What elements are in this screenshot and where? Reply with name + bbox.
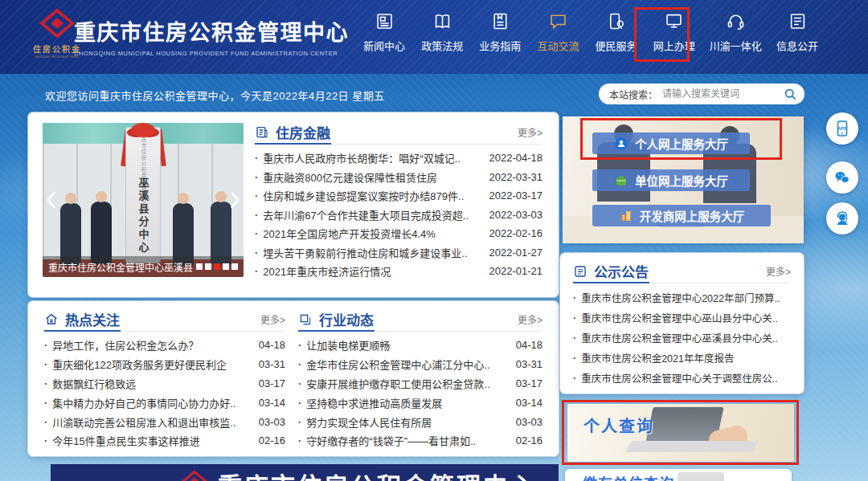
nav-item-interaction[interactable]: 互动交流 bbox=[535, 10, 580, 53]
announcement-item[interactable]: 重庆市住房公积金2021年年度报告 bbox=[573, 348, 791, 368]
unit-query-banner[interactable]: 缴存单位查询 bbox=[565, 469, 792, 481]
search-icon[interactable] bbox=[784, 88, 797, 101]
news-title: 埋头苦干勇毅前行推动住房和城乡建设事业.. bbox=[263, 245, 482, 260]
nav-label: 业务指南 bbox=[479, 38, 521, 53]
news-item[interactable]: 集中精力办好自己的事情同心协力办好.. 03-14 bbox=[44, 393, 285, 412]
announcement-item[interactable]: 重庆市住房公积金管理中心2022年部门预算.. bbox=[573, 287, 791, 308]
news-date: 2022-01-21 bbox=[489, 265, 543, 277]
announcement-item[interactable]: 重庆市住房公积金管理中心关于调整住房公.. bbox=[573, 368, 791, 388]
personal-query-banner[interactable]: 个人查询 bbox=[567, 404, 794, 462]
news-item[interactable]: 让加装电梯更顺畅 04-18 bbox=[298, 336, 542, 355]
nav-label: 互动交流 bbox=[537, 38, 579, 53]
section-title: 公示公告 bbox=[594, 261, 649, 281]
site-title-block: 重庆市住房公积金管理中心 CHONGQING MUNICIPAL HOUSING… bbox=[74, 15, 349, 57]
chat-bubble-icon bbox=[547, 10, 569, 32]
news-item[interactable]: 川渝联动完善公租房准入和退出审核监.. 03-03 bbox=[44, 412, 285, 431]
news-title: 重庆细化122项政务服务更好便民利企 bbox=[52, 357, 252, 372]
news-item[interactable]: 重庆细化122项政务服务更好便民利企 03-31 bbox=[44, 355, 285, 374]
news-date: 04-18 bbox=[516, 339, 542, 351]
news-item[interactable]: 守好缴存者的“钱袋子”——看甘肃如.. 02-16 bbox=[298, 431, 542, 450]
unit-query-thumbnail bbox=[678, 472, 724, 481]
news-date: 2022-04-18 bbox=[489, 152, 543, 164]
news-date: 2022-03-31 bbox=[489, 171, 543, 183]
news-date: 03-03 bbox=[259, 416, 285, 428]
carousel-dot[interactable] bbox=[223, 263, 229, 270]
nav-item-information-disclosure[interactable]: 信息公开 bbox=[775, 10, 820, 53]
news-item[interactable]: 2021年重庆市经济运行情况 2022-01-21 bbox=[255, 262, 542, 281]
announcement-title: 重庆市住房公积金2021年年度报告 bbox=[581, 350, 791, 365]
newspaper-icon bbox=[374, 10, 395, 32]
news-title: 异地工作，住房公积金怎么办？ bbox=[52, 337, 252, 353]
monument-text: 巫溪县分中心 bbox=[136, 177, 151, 255]
news-item[interactable]: 异地工作，住房公积金怎么办？ 04-18 bbox=[44, 336, 285, 355]
news-date: 03-17 bbox=[516, 377, 542, 389]
carousel-dot[interactable] bbox=[205, 263, 211, 270]
news-item[interactable]: 数据飘红行稳致远 03-17 bbox=[44, 374, 285, 393]
button-label: 个人网上服务大厅 bbox=[635, 135, 728, 152]
logo-diamond-icon bbox=[39, 8, 75, 39]
news-title: 努力实现全体人民住有所居 bbox=[306, 414, 509, 430]
news-date: 2022-01-27 bbox=[489, 247, 543, 259]
news-date: 2022-03-17 bbox=[489, 190, 543, 202]
nav-item-chuanyu-integration[interactable]: 川渝一体化 bbox=[710, 10, 762, 53]
news-title: 2021年全国房地产开发投资增长4.4% bbox=[263, 226, 482, 241]
news-item[interactable]: 坚持稳中求进推动高质量发展 03-14 bbox=[298, 393, 542, 412]
carousel-caption-bar: 重庆市住房公积金管理中心巫溪县 bbox=[43, 256, 244, 277]
news-title: 住房和城乡建设部提案议案按时办结879件.. bbox=[263, 188, 482, 203]
news-item[interactable]: 埋头苦干勇毅前行推动住房和城乡建设事业.. 2022-01-27 bbox=[255, 243, 542, 263]
news-item[interactable]: 住房和城乡建设部提案议案按时办结879件.. 2022-03-17 bbox=[255, 186, 542, 206]
carousel-dots bbox=[196, 263, 238, 270]
news-title: 守好缴存者的“钱袋子”——看甘肃如.. bbox=[306, 433, 509, 448]
housing-finance-section: 住房金融 更多> 重庆市人民政府市长胡衡华：唱好“双城记.. 2022-04-1… bbox=[255, 120, 542, 281]
news-title: 金华市住房公积金管理中心浦江分中心.. bbox=[306, 357, 509, 372]
carousel-next-button[interactable] bbox=[227, 186, 242, 214]
news-date: 2022-02-16 bbox=[489, 227, 543, 239]
service-halls-panel: 个人网上服务大厅 单位网上服务大厅 开发商网上服务大厅 bbox=[563, 116, 804, 243]
carousel-dot[interactable] bbox=[231, 263, 238, 270]
ribbon-flower bbox=[131, 123, 155, 137]
developer-online-hall-button[interactable]: 开发商网上服务大厅 bbox=[592, 205, 771, 226]
more-link[interactable]: 更多> bbox=[766, 264, 791, 278]
carousel-dot-active[interactable] bbox=[214, 263, 220, 270]
carousel-prev-button[interactable] bbox=[44, 186, 59, 214]
nav-label: 川渝一体化 bbox=[710, 38, 762, 53]
nav-item-policies[interactable]: 政策法规 bbox=[420, 10, 465, 53]
news-item[interactable]: 去年川渝67个合作共建重大项目完成投资超.. 2022-03-03 bbox=[255, 206, 542, 225]
announcement-title: 重庆市住房公积金管理中心巫溪县分中心关.. bbox=[581, 330, 791, 345]
news-item[interactable]: 重庆融资800亿元建设保障性租赁住房 2022-03-31 bbox=[255, 168, 542, 187]
news-item[interactable]: 金华市住房公积金管理中心浦江分中心.. 03-31 bbox=[298, 355, 542, 374]
news-item[interactable]: 2021年全国房地产开发投资增长4.4% 2022-02-16 bbox=[255, 224, 542, 243]
announcement-item[interactable]: 重庆市住房公积金管理中心巫溪县分中心关.. bbox=[573, 328, 791, 348]
building-icon bbox=[619, 209, 633, 223]
laptop-keyboard bbox=[625, 441, 759, 452]
announcement-item[interactable]: 重庆市住房公积金管理中心巫山县分中心关.. bbox=[573, 308, 791, 328]
personal-online-hall-button[interactable]: 个人网上服务大厅 bbox=[592, 132, 750, 154]
nav-item-news-center[interactable]: 新闻中心 bbox=[362, 10, 407, 53]
customer-service-button[interactable] bbox=[826, 202, 858, 234]
news-item[interactable]: 努力实现全体人民住有所居 03-03 bbox=[298, 412, 542, 431]
news-title: 重庆市人民政府市长胡衡华：唱好“双城记.. bbox=[263, 150, 482, 165]
more-link[interactable]: 更多> bbox=[518, 312, 542, 326]
news-title: 集中精力办好自己的事情同心协力办好.. bbox=[52, 395, 252, 410]
search-input[interactable] bbox=[662, 88, 784, 100]
person-figure bbox=[91, 202, 112, 264]
carousel-dot[interactable] bbox=[196, 263, 203, 270]
nav-item-convenience-services[interactable]: 便民服务 bbox=[594, 10, 639, 53]
more-link[interactable]: 更多> bbox=[260, 312, 285, 326]
news-item[interactable]: 重庆市人民政府市长胡衡华：唱好“双城记.. 2022-04-18 bbox=[255, 149, 542, 168]
wechat-button[interactable] bbox=[826, 161, 858, 194]
news-item[interactable]: 今年15件重点民生实事这样推进 02-16 bbox=[44, 431, 285, 450]
nav-item-business-guide[interactable]: 业务指南 bbox=[477, 10, 522, 53]
headset-icon bbox=[725, 10, 747, 32]
more-link[interactable]: 更多> bbox=[518, 125, 542, 139]
news-title: 重庆融资800亿元建设保障性租赁住房 bbox=[263, 169, 482, 185]
nav-item-online-service[interactable]: 网上办理 bbox=[652, 10, 697, 53]
chevron-left-icon bbox=[46, 190, 57, 210]
unit-online-hall-button[interactable]: 单位网上服务大厅 bbox=[592, 169, 750, 191]
announcement-title: 重庆市住房公积金管理中心2022年部门预算.. bbox=[581, 290, 791, 305]
briefcase-icon bbox=[614, 173, 628, 188]
news-title: 2021年重庆市经济运行情况 bbox=[263, 263, 482, 279]
news-date: 03-03 bbox=[516, 416, 542, 428]
app-download-button[interactable]: APP bbox=[826, 112, 858, 145]
news-item[interactable]: 安康开展维护缴存职工使用公积金贷款.. 03-17 bbox=[298, 374, 542, 393]
